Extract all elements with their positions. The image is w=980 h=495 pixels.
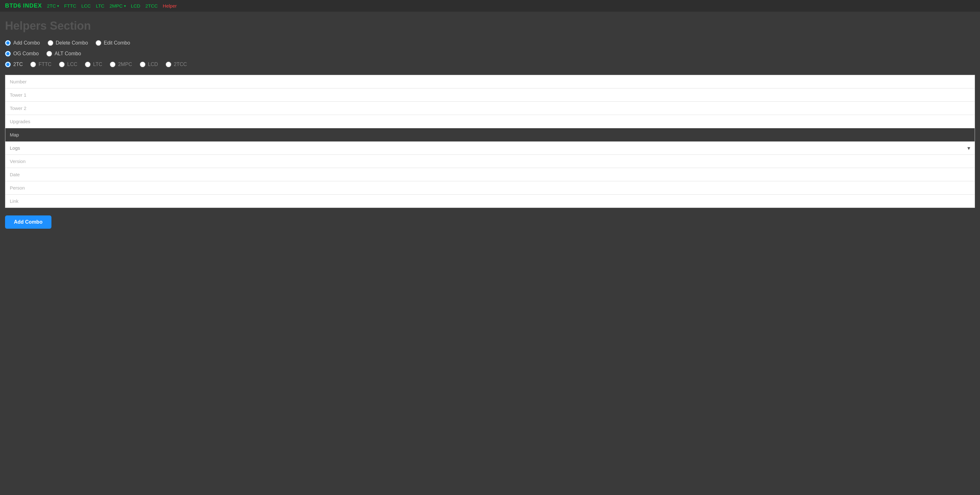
- radio-delete-combo[interactable]: Delete Combo: [48, 40, 88, 46]
- radio-edit-combo-label: Edit Combo: [104, 40, 130, 46]
- field-upgrades: [5, 115, 975, 128]
- field-link: [5, 195, 975, 208]
- radio-lcc[interactable]: LCC: [59, 62, 77, 67]
- radio-2mpc-input[interactable]: [110, 62, 116, 67]
- input-tower1[interactable]: [5, 88, 975, 101]
- map-label: Map: [10, 132, 19, 137]
- nav-item-fttc[interactable]: FTTC: [64, 3, 76, 8]
- field-version: [5, 155, 975, 168]
- field-person: [5, 181, 975, 195]
- radio-lcd-input[interactable]: [140, 62, 145, 67]
- radio-delete-combo-label: Delete Combo: [56, 40, 88, 46]
- add-combo-button[interactable]: Add Combo: [5, 216, 51, 229]
- nav-item-2tcc[interactable]: 2TCC: [145, 3, 158, 8]
- nav-dropdown-arrow-2tc: ▾: [57, 4, 59, 8]
- form-section: Map Logs: [5, 75, 975, 208]
- radio-2tc[interactable]: 2TC: [5, 62, 23, 67]
- radio-2tcc-label: 2TCC: [174, 62, 187, 67]
- field-tower1: [5, 88, 975, 102]
- nav-item-lcc[interactable]: LCC: [81, 3, 91, 8]
- navbar: BTD6 INDEX 2TC ▾ FTTC LCC LTC 2MPC ▾ LCD…: [0, 0, 980, 12]
- input-person[interactable]: [5, 181, 975, 194]
- radio-fttc[interactable]: FTTC: [30, 62, 51, 67]
- radio-edit-combo-input[interactable]: [95, 40, 101, 46]
- select-logs[interactable]: Logs: [5, 142, 975, 155]
- radio-add-combo-input[interactable]: [5, 40, 11, 46]
- nav-brand[interactable]: BTD6 INDEX: [5, 3, 42, 9]
- radio-2tc-label: 2TC: [13, 62, 23, 67]
- radio-2tc-input[interactable]: [5, 62, 11, 67]
- field-tower2: [5, 102, 975, 115]
- radio-alt-combo[interactable]: ALT Combo: [46, 51, 81, 57]
- nav-item-ltc[interactable]: LTC: [96, 3, 105, 8]
- radio-ltc-input[interactable]: [85, 62, 91, 67]
- nav-item-lcd[interactable]: LCD: [131, 3, 140, 8]
- game-mode-group: 2TC FTTC LCC LTC 2MPC LCD 2TCC: [5, 62, 975, 67]
- radio-ltc[interactable]: LTC: [85, 62, 102, 67]
- field-map: Map: [5, 128, 975, 142]
- radio-2tcc[interactable]: 2TCC: [165, 62, 187, 67]
- page-title: Helpers Section: [5, 19, 975, 32]
- radio-alt-combo-label: ALT Combo: [54, 51, 81, 57]
- radio-ltc-label: LTC: [93, 62, 102, 67]
- radio-2mpc[interactable]: 2MPC: [110, 62, 132, 67]
- radio-lcc-input[interactable]: [59, 62, 65, 67]
- nav-item-helper[interactable]: Helper: [163, 3, 177, 8]
- nav-item-2tc[interactable]: 2TC ▾: [47, 3, 59, 8]
- input-link[interactable]: [5, 195, 975, 208]
- radio-add-combo[interactable]: Add Combo: [5, 40, 40, 46]
- radio-alt-combo-input[interactable]: [46, 51, 52, 57]
- field-date: [5, 168, 975, 181]
- field-number: [5, 75, 975, 88]
- combo-type-group: Add Combo Delete Combo Edit Combo: [5, 40, 975, 46]
- radio-lcc-label: LCC: [67, 62, 77, 67]
- radio-lcd[interactable]: LCD: [140, 62, 158, 67]
- radio-add-combo-label: Add Combo: [13, 40, 40, 46]
- field-logs: Logs: [5, 142, 975, 155]
- radio-og-combo[interactable]: OG Combo: [5, 51, 39, 57]
- input-upgrades[interactable]: [5, 115, 975, 128]
- input-number[interactable]: [5, 75, 975, 88]
- page-content: Helpers Section Add Combo Delete Combo E…: [0, 12, 980, 236]
- nav-item-2mpc[interactable]: 2MPC ▾: [110, 3, 126, 8]
- combo-variant-group: OG Combo ALT Combo: [5, 51, 975, 57]
- radio-og-combo-label: OG Combo: [13, 51, 39, 57]
- radio-fttc-label: FTTC: [38, 62, 51, 67]
- radio-fttc-input[interactable]: [30, 62, 36, 67]
- radio-delete-combo-input[interactable]: [48, 40, 53, 46]
- input-version[interactable]: [5, 155, 975, 168]
- input-tower2[interactable]: [5, 102, 975, 115]
- radio-2mpc-label: 2MPC: [118, 62, 132, 67]
- radio-2tcc-input[interactable]: [165, 62, 171, 67]
- radio-lcd-label: LCD: [148, 62, 158, 67]
- radio-edit-combo[interactable]: Edit Combo: [95, 40, 130, 46]
- nav-dropdown-arrow-2mpc: ▾: [124, 4, 126, 8]
- radio-og-combo-input[interactable]: [5, 51, 11, 57]
- input-date[interactable]: [5, 168, 975, 181]
